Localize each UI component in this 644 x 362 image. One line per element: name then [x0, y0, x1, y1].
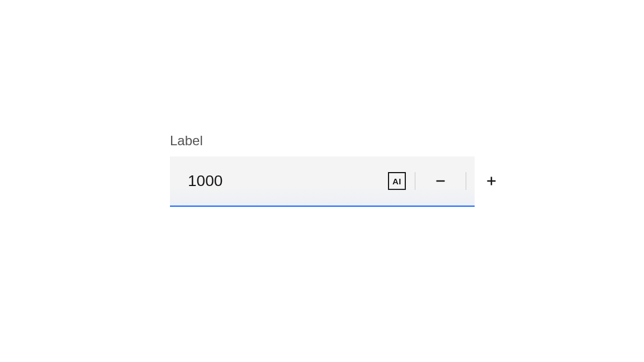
number-input-component: Label AI: [170, 133, 475, 207]
number-input-field[interactable]: [170, 156, 388, 206]
plus-icon: [486, 175, 497, 187]
svg-rect-0: [437, 180, 445, 182]
number-input-label: Label: [170, 133, 475, 149]
decrement-button[interactable]: [415, 156, 466, 206]
ai-icon: AI: [388, 172, 406, 190]
svg-rect-2: [491, 177, 493, 185]
number-input-container: AI: [170, 156, 475, 207]
increment-button[interactable]: [466, 156, 517, 206]
number-input-controls: AI: [388, 156, 521, 206]
minus-icon: [435, 175, 446, 187]
